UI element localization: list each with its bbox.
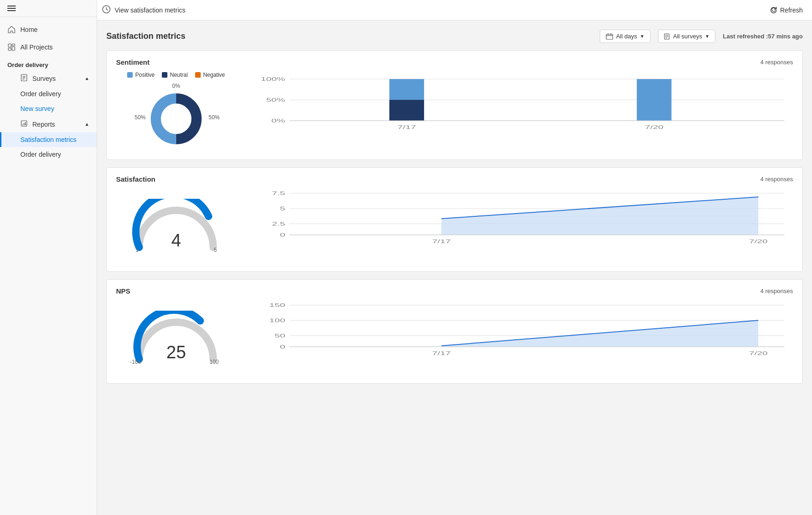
donut-label-right: 50% [209,114,220,121]
satisfaction-responses: 4 responses [760,176,793,183]
svg-rect-0 [8,44,11,47]
svg-text:50%: 50% [266,97,285,103]
nps-area-chart: 150 100 50 0 7/17 7/20 [255,300,793,376]
nps-gauge-max: 100 [209,359,219,365]
svg-text:100: 100 [269,318,285,324]
positive-dot [127,72,133,78]
home-icon [7,25,16,34]
nps-responses: 4 responses [760,288,793,294]
satisfaction-gauge-value: 4 [171,231,181,251]
refresh-icon [770,6,777,14]
page-header: Satisfaction metrics All days ▼ All surv… [106,30,803,43]
days-filter-chevron: ▼ [640,34,645,39]
svg-point-23 [162,105,190,133]
svg-rect-2 [8,48,11,50]
surveys-filter[interactable]: All surveys ▼ [658,30,716,43]
satisfaction-area-svg: 7.5 5 2.5 0 7/17 7/20 [255,189,793,263]
main-content: View satisfaction metrics Refresh Satisf… [97,0,812,515]
svg-text:7/20: 7/20 [645,124,664,130]
breadcrumb-icon [102,5,111,15]
legend-negative: Negative [195,72,225,78]
surveys-icon [20,74,28,83]
donut-label-left: 50% [135,114,146,121]
sentiment-responses: 4 responses [760,59,793,66]
legend-negative-label: Negative [203,72,225,78]
hamburger-menu[interactable] [7,6,16,11]
reports-label: Reports [32,121,55,128]
svg-text:5: 5 [280,206,285,212]
reports-chevron: ▲ [85,122,89,127]
filters: All days ▼ All surveys ▼ Last refreshed … [600,30,803,43]
nps-title: NPS [116,287,130,295]
refresh-button[interactable]: Refresh [770,6,803,14]
sidebar-item-order-delivery-report[interactable]: Order delivery [0,147,97,162]
legend-neutral-label: Neutral [170,72,188,78]
svg-text:7/17: 7/17 [397,124,416,130]
sidebar-nav: Home All Projects Order delivery Surveys… [0,17,97,166]
satisfaction-area-chart: 7.5 5 2.5 0 7/17 7/20 [255,189,793,264]
satisfaction-title: Satisfaction [116,175,155,183]
sentiment-title: Sentiment [116,58,150,66]
surveys-chevron: ▲ [85,76,89,81]
svg-rect-1 [12,44,15,46]
satisfaction-gauge-area: 4 1 5 [116,199,236,254]
sentiment-bar-chart: 100% 50% 0% 7/17 7/20 [255,74,793,150]
legend-positive: Positive [127,72,154,78]
sentiment-legend: Positive Neutral Negative [116,72,236,78]
projects-icon [7,43,16,51]
surveys-filter-chevron: ▼ [705,34,709,39]
calendar-icon [606,33,613,40]
satisfaction-card-body: 4 1 5 7.5 5 2 [116,189,793,264]
nps-area-svg: 150 100 50 0 7/17 7/20 [255,300,793,374]
days-filter-label: All days [616,33,637,40]
nps-card-body: 25 -100 100 150 100 [116,300,793,376]
satisfaction-card: Satisfaction 4 responses 4 1 [106,167,803,272]
svg-text:0%: 0% [271,118,285,124]
svg-marker-44 [442,197,758,235]
svg-text:7/17: 7/17 [432,350,451,356]
sidebar-item-all-projects-label: All Projects [20,43,53,51]
nps-card-header: NPS 4 responses [116,287,793,295]
sidebar-item-all-projects[interactable]: All Projects [0,38,97,56]
sidebar-item-satisfaction-metrics[interactable]: Satisfaction metrics [0,132,97,147]
svg-text:0: 0 [280,232,285,238]
surveys-label: Surveys [32,75,56,82]
surveys-filter-label: All surveys [673,33,702,40]
donut-label-0pct: 0% [172,83,180,89]
svg-text:7/17: 7/17 [432,239,451,245]
topbar-left: View satisfaction metrics [102,5,185,15]
document-icon [664,33,671,40]
sentiment-bar-svg: 100% 50% 0% 7/17 7/20 [255,74,793,148]
svg-rect-30 [389,100,424,121]
days-filter[interactable]: All days ▼ [600,30,650,43]
sidebar-reports-toggle[interactable]: Reports ▲ [0,116,97,132]
reports-icon [20,120,28,129]
svg-text:2.5: 2.5 [272,221,285,227]
svg-rect-31 [389,79,424,100]
sidebar-section-order-delivery: Order delivery [0,56,97,70]
sidebar-header [0,0,97,17]
satisfaction-gauge-max: 5 [214,247,217,253]
nps-card: NPS 4 responses 25 -100 100 [106,279,803,384]
svg-rect-13 [606,34,613,39]
satisfaction-card-header: Satisfaction 4 responses [116,175,793,183]
donut-chart [144,86,209,151]
svg-text:100%: 100% [261,76,285,82]
sidebar: Home All Projects Order delivery Surveys… [0,0,97,515]
topbar: View satisfaction metrics Refresh [97,0,812,20]
svg-text:150: 150 [269,302,285,308]
sidebar-item-home-label: Home [20,26,37,33]
sidebar-item-order-delivery-survey[interactable]: Order delivery [0,86,97,101]
legend-positive-label: Positive [135,72,154,78]
nps-gauge-area: 25 -100 100 [116,311,236,366]
sentiment-card: Sentiment 4 responses Positive Neutral [106,50,803,160]
svg-text:0: 0 [280,344,285,350]
sidebar-item-new-survey[interactable]: New survey [0,101,97,116]
content-area: Satisfaction metrics All days ▼ All surv… [97,20,812,515]
breadcrumb: View satisfaction metrics [115,6,185,14]
negative-dot [195,72,201,78]
refresh-label: Refresh [780,6,803,14]
sidebar-surveys-toggle[interactable]: Surveys ▲ [0,70,97,86]
sidebar-item-home[interactable]: Home [0,21,97,38]
legend-neutral: Neutral [162,72,188,78]
